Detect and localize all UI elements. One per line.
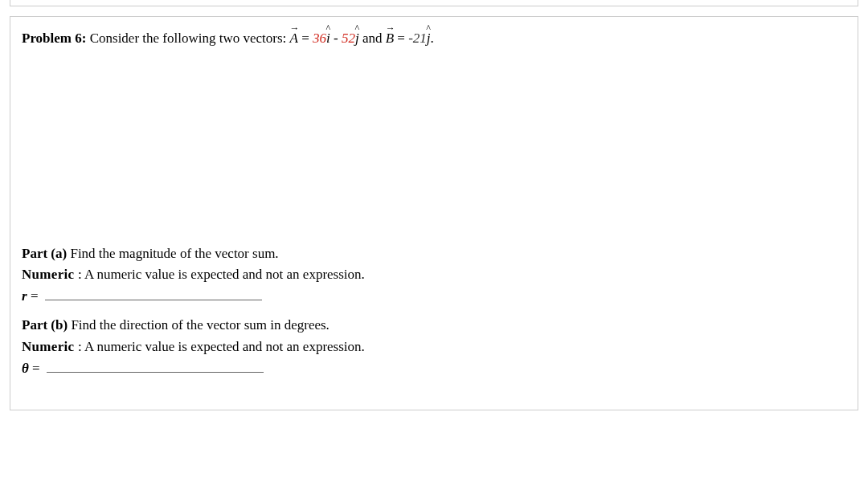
- Ay-coefficient: 52: [342, 31, 355, 46]
- equals-text: =: [394, 31, 408, 46]
- vector-B-symbol: →B: [386, 28, 394, 49]
- Bx-coefficient: -21: [408, 31, 427, 46]
- part-a-prompt: Find the magnitude of the vector sum.: [70, 246, 278, 261]
- part-b-section: Part (b) Find the direction of the vecto…: [10, 313, 858, 410]
- part-b-prompt: Find the direction of the vector sum in …: [71, 317, 330, 333]
- part-b-label: Part (b): [22, 317, 71, 333]
- part-a-label: Part (a): [22, 246, 70, 261]
- separator-minus: -: [330, 31, 342, 46]
- answer-blank-theta[interactable]: [47, 357, 264, 373]
- j-hat-unit-vector: ^j: [355, 28, 359, 49]
- Ax-coefficient: 36: [313, 31, 326, 46]
- equals-text: =: [29, 361, 43, 376]
- workspace-area: [10, 57, 858, 242]
- i-hat-unit-vector: ^i: [326, 28, 330, 49]
- numeric-hint-text: : A numeric value is expected and not an…: [78, 339, 365, 354]
- problem-container: Problem 6: Consider the following two ve…: [10, 16, 858, 410]
- part-a-section: Part (a) Find the magnitude of the vecto…: [10, 242, 858, 314]
- numeric-label: Numeric: [22, 267, 78, 282]
- vector-A-symbol: →A: [290, 28, 298, 49]
- hat-icon: ^: [354, 23, 359, 33]
- answer-blank-r[interactable]: [45, 285, 262, 300]
- numeric-hint-text: : A numeric value is expected and not an…: [78, 267, 365, 282]
- problem-label: Problem 6:: [22, 31, 86, 46]
- problem-intro: Consider the following two vectors:: [86, 31, 289, 46]
- problem-statement: Problem 6: Consider the following two ve…: [10, 17, 858, 57]
- and-text: and: [359, 31, 386, 46]
- hat-icon: ^: [426, 23, 431, 33]
- previous-problem-border: [10, 0, 858, 6]
- variable-r: r: [22, 288, 27, 304]
- vector-arrow-icon: →: [386, 23, 394, 33]
- equals-text: =: [298, 31, 313, 46]
- equals-text: =: [27, 288, 42, 304]
- variable-theta: θ: [22, 361, 29, 376]
- numeric-label: Numeric: [22, 339, 78, 354]
- vector-arrow-icon: →: [290, 23, 298, 33]
- hat-icon: ^: [326, 23, 331, 33]
- j-hat-unit-vector: ^j: [427, 28, 431, 49]
